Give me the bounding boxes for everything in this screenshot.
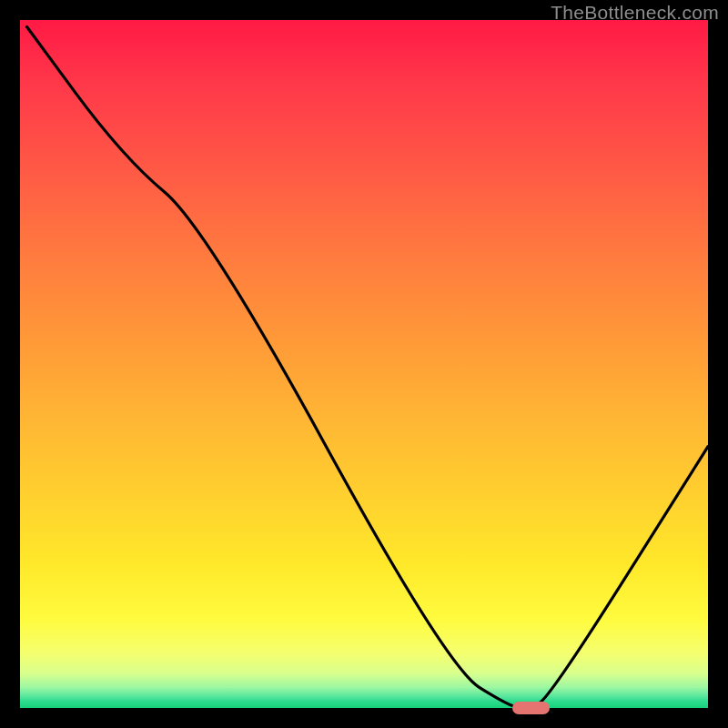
plot-area xyxy=(20,20,708,708)
curve-path xyxy=(27,27,708,708)
watermark-text: TheBottleneck.com xyxy=(551,2,719,24)
chart-frame: TheBottleneck.com xyxy=(0,0,728,728)
optimal-marker xyxy=(512,702,551,714)
bottleneck-curve xyxy=(20,20,708,708)
